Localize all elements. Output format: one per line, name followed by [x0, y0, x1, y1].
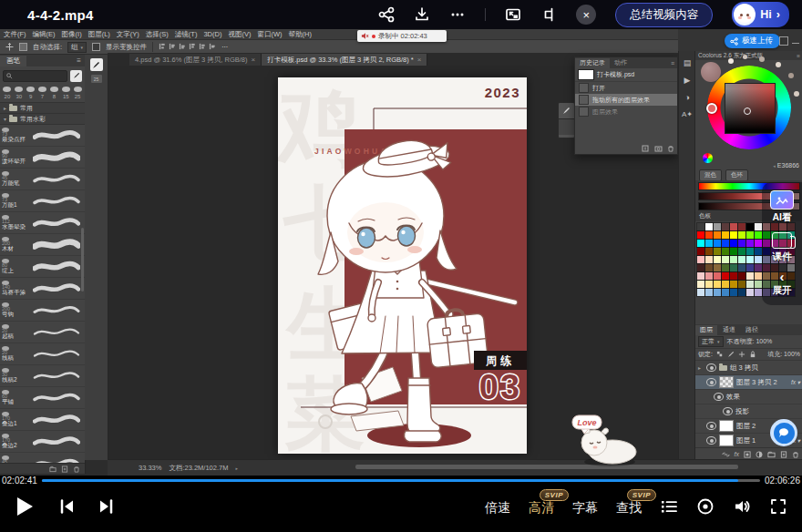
color-swatch[interactable] [705, 240, 713, 247]
color-swatch[interactable] [697, 272, 704, 280]
color-swatch[interactable] [730, 223, 737, 230]
color-swatch[interactable] [738, 231, 745, 239]
visibility-eye-icon[interactable] [706, 378, 716, 386]
menu-item[interactable]: 视图(V) [228, 30, 251, 39]
align-icon[interactable] [189, 43, 196, 52]
layer-effects-icon[interactable]: fx [735, 451, 739, 457]
color-swatch[interactable] [730, 272, 737, 280]
history-item[interactable]: 打开 [575, 82, 677, 94]
previous-episode-button[interactable] [58, 498, 75, 518]
color-swatch[interactable] [738, 240, 745, 247]
playlist-icon[interactable] [660, 498, 678, 518]
layers-tab[interactable]: 通道 [718, 325, 740, 335]
color-swatch[interactable] [730, 231, 737, 239]
color-swatch[interactable] [722, 231, 729, 239]
menu-item[interactable]: 窗口(W) [257, 30, 282, 39]
color-swatch[interactable] [746, 248, 754, 255]
ai-assistant-pill[interactable]: Hi › [732, 2, 789, 27]
color-swatch[interactable] [738, 248, 745, 255]
brush-size-cell[interactable]: 20 [2, 87, 13, 99]
color-swatch[interactable] [714, 223, 721, 230]
color-swatch[interactable] [738, 256, 745, 263]
picture-in-picture-icon[interactable] [505, 6, 521, 23]
color-swatch[interactable] [714, 281, 721, 288]
document-tab[interactable]: 4.psd @ 31.6% (图层 3 拷贝, RGB/8)× [129, 54, 262, 66]
library-panel-icon[interactable]: ▤ [684, 58, 692, 67]
color-swatch[interactable] [746, 223, 754, 230]
brush-preset-icon[interactable] [559, 103, 574, 119]
play-button[interactable] [15, 496, 35, 521]
download-icon[interactable] [414, 6, 430, 23]
align-icon[interactable] [159, 43, 166, 52]
next-episode-button[interactable] [98, 498, 115, 518]
menu-item[interactable]: 文件(F) [4, 30, 26, 39]
color-swatch[interactable] [697, 231, 704, 239]
color-swatch[interactable] [714, 272, 721, 280]
layer-row[interactable]: 效果 [695, 390, 802, 404]
brush-list-item[interactable]: 140马赛干涂 [0, 278, 85, 300]
brush-size-cell[interactable]: 25 [72, 87, 83, 99]
visibility-eye-icon[interactable] [714, 393, 724, 401]
satellite-swatch[interactable] [794, 91, 799, 97]
align-icon[interactable] [179, 43, 186, 52]
color-swatch[interactable] [705, 248, 713, 255]
blend-mode-dropdown[interactable]: 正常▾ [698, 336, 724, 347]
color-swatch[interactable] [697, 289, 704, 296]
color-swatch[interactable] [746, 281, 754, 288]
trash-icon[interactable] [667, 145, 674, 152]
hue-cursor[interactable] [706, 103, 717, 114]
panel-menu-icon[interactable]: ≡ [77, 56, 85, 65]
foreground-color-swatch[interactable] [701, 62, 721, 82]
lock-transparency-icon[interactable] [716, 351, 724, 358]
tab-close-icon[interactable]: × [252, 56, 256, 64]
info-panel-icon[interactable]: ◑ [684, 93, 689, 102]
new-snapshot-icon[interactable] [654, 145, 663, 152]
visibility-eye-icon[interactable] [706, 436, 716, 445]
color-swatch[interactable] [738, 272, 745, 280]
color-swatch[interactable] [697, 281, 704, 288]
satellite-swatch[interactable] [776, 62, 781, 67]
lock-pixels-icon[interactable] [727, 351, 735, 358]
align-icon[interactable] [209, 43, 216, 52]
playback-speed-button[interactable]: 倍速 [485, 500, 510, 517]
color-swatch[interactable] [697, 248, 704, 255]
brush-list-item[interactable]: 20起稿 [0, 322, 85, 343]
zoom-level[interactable]: 33.33% [139, 464, 161, 472]
brush-size-cell[interactable]: 8 [48, 87, 59, 99]
tab-close-icon[interactable]: × [417, 56, 422, 64]
color-swatch[interactable] [755, 281, 762, 288]
color-swatch[interactable] [755, 256, 762, 263]
horizontal-scrollbar[interactable] [355, 465, 738, 469]
volume-icon[interactable] [733, 497, 751, 519]
history-item[interactable]: 图层效果 [575, 106, 677, 118]
document-tab[interactable]: 打卡模板.psd @ 33.3% (图层 3 拷贝 2, RGB/8) *× [262, 54, 427, 66]
search-in-video-button[interactable]: 查找SVIP [616, 500, 642, 517]
color-swatch[interactable] [714, 240, 721, 247]
color-swatch[interactable] [722, 289, 729, 296]
brush-list-item[interactable]: 73最染点拌 [0, 125, 85, 147]
recent-brush-sizes[interactable]: 20309781525 [0, 85, 85, 103]
brush-size-cell[interactable]: 30 [14, 87, 25, 99]
layers-tab[interactable]: 图层 [695, 325, 717, 335]
fullscreen-icon[interactable] [769, 497, 787, 519]
window-restore-icon[interactable] [779, 36, 788, 46]
menu-item[interactable]: 帮助(H) [289, 30, 312, 39]
color-swatch[interactable] [714, 264, 721, 271]
color-swatch[interactable] [697, 256, 704, 263]
brush-list-item[interactable]: 90泼环晕开 [0, 147, 85, 169]
color-swatch[interactable] [722, 248, 729, 255]
color-swatch[interactable] [755, 289, 762, 296]
brush-size-cell[interactable]: 9 [26, 87, 36, 99]
new-group-icon[interactable] [767, 451, 776, 458]
color-swatch[interactable] [730, 264, 737, 271]
align-icon[interactable] [169, 43, 176, 52]
history-snapshot-row[interactable]: 打卡模板.psd [575, 68, 677, 82]
layer-row[interactable]: 图层 3 拷贝 2fx ▾ [695, 375, 802, 390]
record-screen-icon[interactable] [696, 497, 715, 519]
brush-list-item[interactable]: 73万能1 [0, 190, 85, 212]
brush-panel-scrollbar[interactable] [81, 228, 84, 292]
window-minimize-icon[interactable] [792, 41, 799, 44]
color-swatch[interactable] [755, 231, 762, 239]
layers-tab[interactable]: 路径 [741, 325, 763, 335]
lock-all-icon[interactable] [749, 351, 756, 358]
